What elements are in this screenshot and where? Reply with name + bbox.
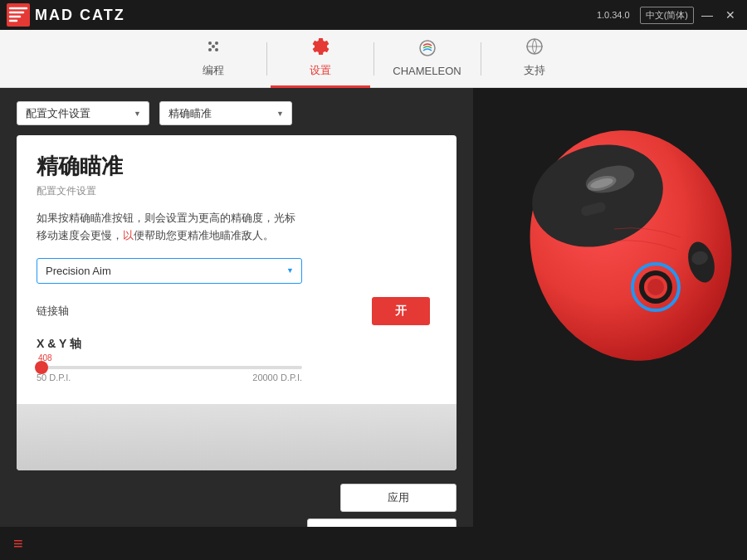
main-area: 配置文件设置 精确瞄准 精确瞄准 配置文件设置 如果按精确瞄准按钮，则会设置为更…: [0, 88, 747, 560]
slider-track: [37, 366, 302, 369]
feature-dropdown[interactable]: 精确瞄准: [159, 101, 292, 125]
nav-label-chameleon: CHAMELEON: [393, 65, 461, 77]
nav-bar: 编程 设置 CHAMELEON: [0, 30, 747, 88]
logo-icon: [7, 3, 30, 27]
close-button[interactable]: ✕: [720, 5, 740, 25]
slider-max-label: 20000 D.P.I.: [252, 373, 302, 382]
axis-title: X & Y 轴: [37, 337, 437, 352]
mouse-image: [473, 96, 747, 378]
svg-point-9: [212, 45, 215, 48]
support-icon: [525, 37, 544, 60]
title-bar-right: 1.0.34.0 中文(简体) — ✕: [597, 5, 740, 25]
nav-divider-2: [374, 42, 374, 75]
desc-highlight: 以: [123, 229, 134, 241]
nav-item-chameleon[interactable]: CHAMELEON: [378, 30, 477, 88]
content-card: 精确瞄准 配置文件设置 如果按精确瞄准按钮，则会设置为更高的精确度，光标移动速度…: [17, 135, 456, 470]
slider-container: [37, 366, 302, 369]
minimize-button[interactable]: —: [697, 5, 717, 25]
title-bar: MAD CATZ 1.0.34.0 中文(简体) — ✕: [0, 0, 747, 30]
nav-items: 编程 设置 CHAMELEON: [164, 30, 584, 88]
bottom-bar: ≡: [0, 527, 747, 560]
link-axis-label: 链接轴: [37, 304, 69, 319]
card-title: 精确瞄准: [37, 152, 437, 181]
svg-point-8: [215, 48, 218, 51]
dropdowns-row: 配置文件设置 精确瞄准: [0, 88, 473, 135]
title-bar-left: MAD CATZ: [7, 3, 125, 27]
version-text: 1.0.34.0: [597, 10, 630, 20]
logo: MAD CATZ: [7, 3, 125, 27]
settings-icon: [310, 37, 330, 60]
profile-dropdown[interactable]: 配置文件设置: [17, 101, 149, 125]
logo-text: MAD CATZ: [35, 7, 125, 24]
svg-point-10: [420, 41, 435, 56]
profile-dropdown-wrapper: 配置文件设置: [17, 101, 149, 125]
svg-rect-0: [7, 3, 30, 27]
svg-point-6: [215, 41, 218, 45]
nav-label-support: 支持: [524, 63, 545, 78]
svg-point-20: [647, 279, 664, 295]
toggle-button[interactable]: 开: [372, 297, 430, 325]
chameleon-icon: [417, 38, 437, 61]
left-panel: 配置文件设置 精确瞄准 精确瞄准 配置文件设置 如果按精确瞄准按钮，则会设置为更…: [0, 88, 473, 560]
svg-point-7: [208, 48, 212, 51]
nav-label-settings: 设置: [310, 63, 331, 78]
hamburger-icon[interactable]: ≡: [13, 534, 23, 553]
card-description: 如果按精确瞄准按钮，则会设置为更高的精确度，光标移动速度会更慢，以便帮助您更精准…: [37, 210, 437, 245]
link-axis-row: 链接轴 开: [37, 297, 437, 325]
nav-item-settings[interactable]: 设置: [271, 30, 370, 88]
axis-section: X & Y 轴 408 50 D.P.I. 20000 D.P.I.: [37, 337, 437, 382]
slider-value: 408: [38, 353, 437, 363]
language-button[interactable]: 中文(简体): [640, 7, 694, 24]
card-subtitle: 配置文件设置: [37, 184, 437, 198]
svg-point-5: [208, 41, 212, 45]
nav-divider-3: [481, 42, 481, 75]
apply-button[interactable]: 应用: [340, 484, 456, 512]
program-icon: [203, 37, 223, 60]
right-panel: [473, 88, 747, 560]
nav-divider-1: [266, 42, 267, 75]
nav-label-program: 编程: [203, 63, 224, 78]
precision-aim-dropdown[interactable]: Precision Aim: [37, 258, 302, 284]
slider-thumb[interactable]: [35, 361, 48, 374]
nav-item-program[interactable]: 编程: [164, 30, 263, 88]
precision-aim-dropdown-wrapper: Precision Aim: [37, 258, 302, 284]
slider-labels: 50 D.P.I. 20000 D.P.I.: [37, 373, 302, 382]
feature-dropdown-wrapper: 精确瞄准: [159, 101, 292, 125]
nav-item-support[interactable]: 支持: [485, 30, 584, 88]
